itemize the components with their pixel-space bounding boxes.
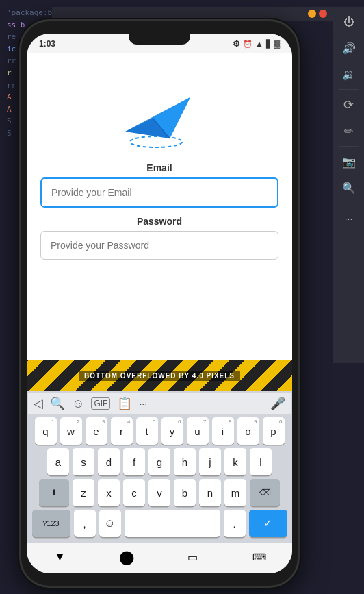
key-j[interactable]: j — [199, 448, 221, 475]
key-v[interactable]: v — [148, 479, 170, 506]
warning-text: BOTTOM OVERFLOWED BY 4.0 PIXELS — [79, 371, 240, 381]
key-c[interactable]: c — [123, 479, 145, 506]
key-emoji[interactable]: ☺ — [99, 510, 121, 537]
volume-down-button[interactable]: 🔉 — [337, 62, 361, 86]
key-z[interactable]: z — [73, 479, 94, 506]
key-x[interactable]: x — [98, 479, 120, 506]
back-nav-button[interactable]: ▼ — [47, 547, 74, 567]
key-y[interactable]: y6 — [161, 417, 183, 445]
key-i[interactable]: i8 — [212, 417, 234, 445]
phone-screen: 1:03 ⚙ ⏰ ▲ ▋ ▓ — [27, 34, 292, 573]
edit-button[interactable]: ✏ — [337, 119, 361, 143]
wifi-icon: ▋ — [266, 40, 272, 49]
key-u[interactable]: u7 — [187, 417, 209, 445]
toolbar-divider-3 — [339, 203, 359, 203]
key-row-4: ?123 , ☺ . ✓ — [29, 510, 289, 537]
kb-mic-icon[interactable]: 🎤 — [270, 396, 285, 411]
alarm-icon: ⏰ — [243, 40, 252, 49]
key-s[interactable]: s — [73, 448, 94, 475]
warning-stripe: BOTTOM OVERFLOWED BY 4.0 PIXELS — [27, 360, 292, 391]
password-input[interactable] — [40, 231, 278, 260]
key-q[interactable]: q1 — [35, 417, 57, 445]
email-input[interactable] — [40, 177, 278, 208]
phone-notch — [129, 34, 190, 45]
key-n[interactable]: n — [199, 479, 221, 506]
svg-point-0 — [130, 136, 182, 147]
key-h[interactable]: h — [174, 448, 196, 475]
rotate-button[interactable]: ⟳ — [337, 92, 361, 117]
symbols-key[interactable]: ?123 — [32, 510, 70, 537]
password-label: Password — [40, 216, 278, 227]
kb-clipboard-icon[interactable]: 📋 — [117, 396, 132, 411]
key-p[interactable]: p0 — [263, 417, 285, 445]
zoom-button[interactable]: 🔍 — [337, 175, 361, 200]
key-row-1: q1 w2 e3 r4 t5 y6 u7 i8 o9 p0 — [29, 417, 289, 445]
key-row-3: ⬆ z x c v b n m ⌫ — [29, 479, 289, 506]
password-form-group: Password — [40, 216, 278, 260]
more-button[interactable]: ··· — [337, 206, 361, 231]
key-g[interactable]: g — [148, 448, 170, 475]
key-period[interactable]: . — [224, 510, 246, 537]
key-t[interactable]: t5 — [136, 417, 158, 445]
key-o[interactable]: o9 — [237, 417, 259, 445]
kb-toolbar-right: 🎤 — [270, 396, 285, 411]
key-k[interactable]: k — [224, 448, 246, 475]
kb-back-icon[interactable]: ◁ — [34, 396, 43, 411]
settings-icon: ⚙ — [233, 39, 240, 49]
keyboard: ◁ 🔍 ☺ GIF 📋 ··· 🎤 q1 w2 e3 r4 — [27, 391, 292, 543]
kb-search-icon[interactable]: 🔍 — [50, 396, 65, 411]
keyboard-rows: q1 w2 e3 r4 t5 y6 u7 i8 o9 p0 a s d f — [28, 414, 291, 540]
phone-frame: 1:03 ⚙ ⏰ ▲ ▋ ▓ — [19, 19, 300, 588]
time-display: 1:03 — [39, 39, 55, 49]
key-d[interactable]: d — [98, 448, 120, 475]
power-button[interactable]: ⏻ — [337, 10, 361, 34]
backspace-key[interactable]: ⌫ — [250, 479, 280, 506]
key-row-2: a s d f g h j k l — [29, 448, 289, 475]
kb-toolbar-left: ◁ 🔍 ☺ GIF 📋 ··· — [34, 396, 147, 411]
battery-icon: ▓ — [274, 40, 280, 48]
space-key[interactable] — [125, 510, 220, 537]
keyboard-nav-button[interactable]: ⌨ — [246, 547, 273, 567]
recents-nav-button[interactable]: ▭ — [179, 547, 207, 567]
paper-plane-image — [115, 73, 204, 156]
email-label: Email — [40, 162, 278, 173]
kb-more-icon[interactable]: ··· — [139, 398, 147, 409]
key-l[interactable]: l — [250, 448, 272, 475]
camera-button[interactable]: 📷 — [337, 149, 361, 174]
keyboard-toolbar: ◁ 🔍 ☺ GIF 📋 ··· 🎤 — [28, 393, 291, 414]
key-e[interactable]: e3 — [86, 417, 107, 445]
email-form-group: Email — [40, 162, 278, 208]
toolbar-divider-2 — [339, 146, 359, 147]
key-m[interactable]: m — [224, 479, 246, 506]
bottom-nav: ▼ ⬤ ▭ ⌨ — [27, 543, 292, 573]
key-f[interactable]: f — [123, 448, 145, 475]
kb-gif-button[interactable]: GIF — [91, 397, 110, 410]
status-icons: ⚙ ⏰ ▲ ▋ ▓ — [233, 39, 280, 49]
key-a[interactable]: a — [47, 448, 69, 475]
key-comma[interactable]: , — [74, 510, 96, 537]
toolbar-divider — [339, 89, 359, 90]
home-nav-button[interactable]: ⬤ — [113, 547, 140, 567]
volume-up-button[interactable]: 🔊 — [337, 36, 361, 60]
close-button[interactable] — [319, 10, 327, 18]
minimize-button[interactable] — [308, 10, 316, 18]
signal-icon: ▲ — [255, 39, 263, 49]
key-r[interactable]: r4 — [111, 417, 133, 445]
key-w[interactable]: w2 — [60, 417, 82, 445]
kb-emoji-icon[interactable]: ☺ — [72, 397, 84, 411]
key-b[interactable]: b — [174, 479, 196, 506]
app-content: Email Password — [27, 53, 292, 360]
emulator-toolbar: ⏻ 🔊 🔉 ⟳ ✏ 📷 🔍 ··· — [333, 7, 364, 363]
done-key[interactable]: ✓ — [249, 510, 287, 537]
shift-key[interactable]: ⬆ — [39, 479, 69, 506]
